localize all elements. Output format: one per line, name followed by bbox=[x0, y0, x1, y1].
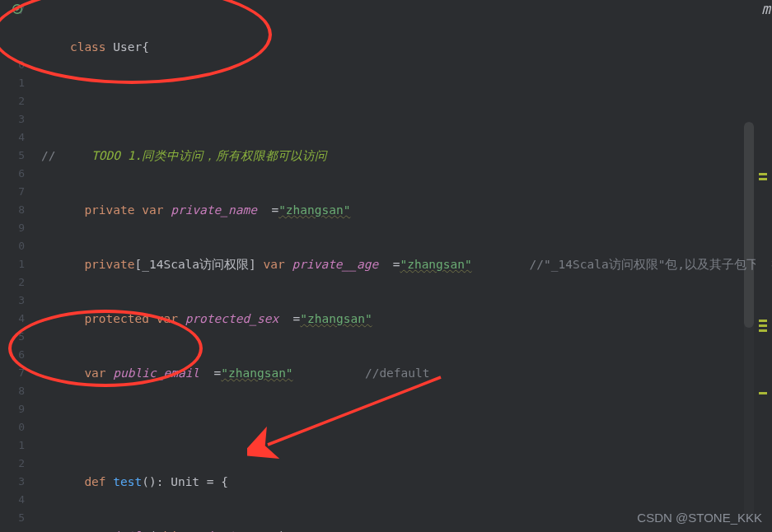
line-number: 1 bbox=[0, 74, 35, 92]
line-number: 5 bbox=[0, 328, 35, 346]
line-number: 0 bbox=[0, 418, 35, 436]
line-number: 8 bbox=[0, 201, 35, 219]
line-number: 0 bbox=[0, 237, 35, 255]
line-number bbox=[0, 38, 35, 56]
code-line: protected var protected_sex ="zhangsan" bbox=[41, 310, 772, 328]
line-number: 8 bbox=[0, 382, 35, 400]
minimap-mark bbox=[759, 320, 767, 322]
line-number bbox=[0, 20, 35, 38]
code-line: class User{ bbox=[41, 38, 772, 56]
minimap-letter: m bbox=[761, 0, 770, 18]
line-number: 2 bbox=[0, 92, 35, 110]
line-number: 6 bbox=[0, 165, 35, 183]
minimap-mark bbox=[759, 173, 767, 175]
line-number-gutter: 701234567890123456789012345 bbox=[0, 0, 35, 532]
minimap[interactable]: m bbox=[756, 0, 770, 532]
line-number: 5 bbox=[0, 509, 35, 527]
code-editor[interactable]: 701234567890123456789012345 class User{ … bbox=[0, 0, 772, 532]
code-line: var public_email ="zhangsan" //default bbox=[41, 364, 772, 382]
line-number: 6 bbox=[0, 346, 35, 364]
line-number: 9 bbox=[0, 219, 35, 237]
code-area[interactable]: class User{ // TODO 1.同类中访问，所有权限都可以访问 pr… bbox=[35, 0, 772, 532]
watermark: CSDN @STONE_KKK bbox=[637, 509, 762, 527]
code-line: private[_14Scala访问权限] var private__age =… bbox=[41, 255, 772, 273]
minimap-mark bbox=[759, 324, 767, 327]
line-number: 2 bbox=[0, 455, 35, 473]
code-line: def test(): Unit = { bbox=[41, 473, 772, 491]
line-number: 1 bbox=[0, 255, 35, 273]
code-line: println(this.private__age) bbox=[41, 527, 772, 532]
code-line: // TODO 1.同类中访问，所有权限都可以访问 bbox=[41, 147, 772, 165]
line-number: 3 bbox=[0, 110, 35, 128]
line-number: 3 bbox=[0, 473, 35, 491]
code-line bbox=[41, 418, 772, 436]
line-number: 1 bbox=[0, 436, 35, 455]
line-number: 9 bbox=[0, 400, 35, 418]
line-number: 4 bbox=[0, 310, 35, 328]
minimap-mark bbox=[759, 392, 767, 394]
minimap-mark bbox=[759, 178, 767, 180]
scrollbar-thumb[interactable] bbox=[744, 122, 754, 328]
line-number: 3 bbox=[0, 292, 35, 310]
line-number: 2 bbox=[0, 273, 35, 292]
line-number: 4 bbox=[0, 491, 35, 509]
line-number: 4 bbox=[0, 128, 35, 147]
line-number: 7 bbox=[0, 364, 35, 382]
run-gutter-icon[interactable] bbox=[12, 3, 23, 15]
code-line bbox=[41, 92, 772, 110]
line-number: 7 bbox=[0, 183, 35, 201]
minimap-mark bbox=[759, 329, 767, 332]
line-number: 0 bbox=[0, 56, 35, 74]
code-line: private var private_name ="zhangsan" bbox=[41, 201, 772, 219]
line-number: 5 bbox=[0, 147, 35, 165]
